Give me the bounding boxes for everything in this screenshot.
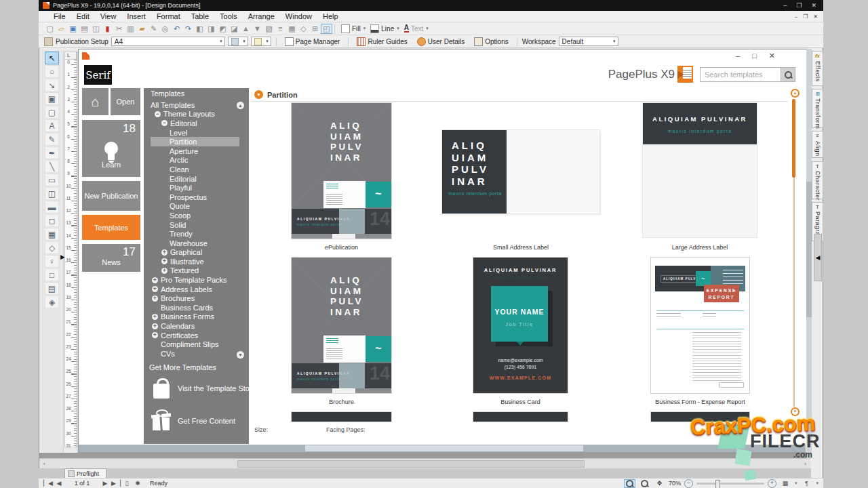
expand-icon[interactable]: + xyxy=(152,277,158,283)
menu-item[interactable]: Edit xyxy=(71,12,95,21)
menu-item[interactable]: View xyxy=(95,12,122,21)
mdi-minimize-icon[interactable]: – xyxy=(795,14,797,20)
menu-item[interactable]: Tools xyxy=(214,12,243,21)
rotate-right-icon[interactable]: ▼ xyxy=(252,24,263,34)
home-button[interactable]: ⌂ xyxy=(82,88,108,115)
tab-character[interactable]: T Character xyxy=(812,161,823,199)
menu-item[interactable]: File xyxy=(48,12,71,21)
template-expense-report[interactable]: ALIQUIAM PULVINAR ~ EXPENSE REPORT xyxy=(651,258,749,393)
format-painter-icon[interactable]: ✎ xyxy=(148,24,159,34)
tree-item[interactable]: Scoop xyxy=(151,211,239,220)
balloon-tool[interactable]: ♀ xyxy=(45,255,59,268)
tree-item[interactable]: + Illustrative xyxy=(151,257,239,266)
publish-icon[interactable]: ◎ xyxy=(159,24,171,34)
expand-icon[interactable]: + xyxy=(152,286,158,292)
artistic-text-tool[interactable]: A xyxy=(45,119,59,132)
pdf-icon[interactable]: ▮ xyxy=(102,24,113,34)
expand-icon[interactable]: + xyxy=(152,332,158,338)
window-hscroll-thumb[interactable] xyxy=(237,460,585,468)
blank-tool[interactable]: □ xyxy=(45,268,59,281)
caret-icon[interactable]: ▾ xyxy=(363,26,366,31)
fill-tool[interactable]: ▬ xyxy=(45,201,59,214)
copy-icon[interactable]: ▥ xyxy=(125,24,136,34)
tree-item[interactable]: Editorial xyxy=(151,174,239,184)
get-more-templates-link[interactable]: Get More Templates xyxy=(149,363,216,371)
options-button[interactable]: Options xyxy=(471,37,511,47)
expand-icon[interactable]: − xyxy=(161,120,167,126)
select-zoom-icon[interactable]: ◰ xyxy=(321,24,332,34)
page-icon[interactable]: ▯ xyxy=(121,480,132,487)
next-page-icon[interactable]: ▶ xyxy=(100,480,111,487)
scroll-left-icon[interactable]: ‹ xyxy=(43,461,45,467)
zoom-slider-thumb[interactable] xyxy=(715,480,720,488)
tree-item[interactable]: Compliment Slips xyxy=(151,340,239,349)
expand-icon[interactable]: + xyxy=(161,258,167,264)
section-collapse-icon[interactable]: ▼ xyxy=(254,90,263,99)
dialog-hscrollbar[interactable] xyxy=(79,445,806,452)
tree-item[interactable]: − Editorial xyxy=(151,119,239,128)
tree-item[interactable]: Clean xyxy=(151,165,239,174)
tree-item[interactable]: Playful xyxy=(151,183,239,192)
scroll-right-icon[interactable]: › xyxy=(804,461,806,467)
undo-icon[interactable]: ↶ xyxy=(171,24,182,34)
paragraph-marks-icon[interactable]: ¶ xyxy=(801,480,812,487)
workspace-combo[interactable]: Default ▾ xyxy=(559,37,618,46)
bring-front-icon[interactable]: ◧ xyxy=(194,24,205,34)
tree-item[interactable]: + Certificates xyxy=(151,331,239,340)
line-control[interactable]: Line ▾ xyxy=(370,24,399,33)
expand-icon[interactable]: + xyxy=(161,249,167,256)
expand-icon[interactable]: + xyxy=(152,314,158,320)
rotate-left-icon[interactable]: ▲ xyxy=(240,24,252,34)
group-icon[interactable]: ▧ xyxy=(263,24,275,34)
menu-item[interactable]: Window xyxy=(280,12,317,21)
tree-item[interactable]: Level xyxy=(151,128,239,138)
crop-tool[interactable]: ◻ xyxy=(45,214,59,227)
open-button[interactable]: Open xyxy=(111,88,140,115)
page-combo[interactable]: ▾ xyxy=(251,37,271,46)
template-partial[interactable] xyxy=(473,412,568,422)
pointer-tool[interactable]: ↖ xyxy=(45,52,59,64)
template-business-card[interactable]: ALIQUIAM PULVINAR mauris interdum porta … xyxy=(473,258,568,393)
caret-icon[interactable]: ▾ xyxy=(816,481,818,486)
mdi-close-icon[interactable]: ✕ xyxy=(813,14,818,20)
back-one-icon[interactable]: ◪ xyxy=(229,24,240,34)
menu-item[interactable]: Insert xyxy=(121,12,151,21)
search-input[interactable] xyxy=(701,70,781,79)
open-icon[interactable]: ▱ xyxy=(56,24,67,34)
minimize-icon[interactable]: – xyxy=(783,2,787,9)
menu-item[interactable]: Format xyxy=(151,12,186,21)
content-scroll-thumb[interactable] xyxy=(792,99,795,178)
tab-transform[interactable]: ⊞ Transform xyxy=(812,89,823,128)
caret-icon[interactable]: ▾ xyxy=(611,39,618,44)
guides-icon[interactable]: ⊞ xyxy=(309,24,321,34)
table-icon[interactable]: ▦ xyxy=(286,24,298,34)
table2-tool[interactable]: ▦ xyxy=(45,228,59,241)
connector-tool[interactable]: ◫ xyxy=(45,187,59,200)
caret-icon[interactable]: ▾ xyxy=(241,39,248,44)
object-combo[interactable]: ▾ xyxy=(228,37,248,46)
zoom-plus-icon[interactable]: + xyxy=(768,479,776,488)
node-tool[interactable]: ↘ xyxy=(45,79,59,92)
redo-icon[interactable]: ↷ xyxy=(182,24,194,34)
dialog-maximize-icon[interactable]: □ xyxy=(752,52,757,60)
template-store-link[interactable]: Visit the Template Store xyxy=(153,378,256,399)
restore-icon[interactable]: ❐ xyxy=(796,2,802,9)
photo-tool[interactable]: ▤ xyxy=(45,282,59,295)
tree-item[interactable]: Warehouse xyxy=(151,239,239,248)
shape-tool[interactable]: ▭ xyxy=(45,174,59,186)
send-back-icon[interactable]: ◨ xyxy=(205,24,217,34)
template-large-address-label[interactable]: ALIQUIAM PULVINAR mauris interdum porta xyxy=(643,103,757,237)
template-small-address-label[interactable]: ALIQUIAM PULVINAR mauris interdum porta xyxy=(442,130,599,214)
tree-item[interactable]: + Brochures xyxy=(151,293,239,303)
settings-gear-icon[interactable]: ✱ xyxy=(132,480,143,487)
pen-tool[interactable]: ✒ xyxy=(45,146,59,159)
tree-item[interactable]: Quote xyxy=(151,202,239,211)
tab-effects[interactable]: fx Effects xyxy=(812,51,823,86)
link-icon[interactable]: ◇ xyxy=(298,24,309,34)
dialog-minimize-icon[interactable]: – xyxy=(736,52,740,60)
caret-icon[interactable]: ▾ xyxy=(426,26,429,31)
content-scroll-top-icon[interactable]: ▲ xyxy=(791,89,800,98)
expand-icon[interactable]: + xyxy=(152,323,158,329)
template-partial[interactable] xyxy=(292,412,391,422)
pencil-tool[interactable]: ✎ xyxy=(45,133,59,146)
